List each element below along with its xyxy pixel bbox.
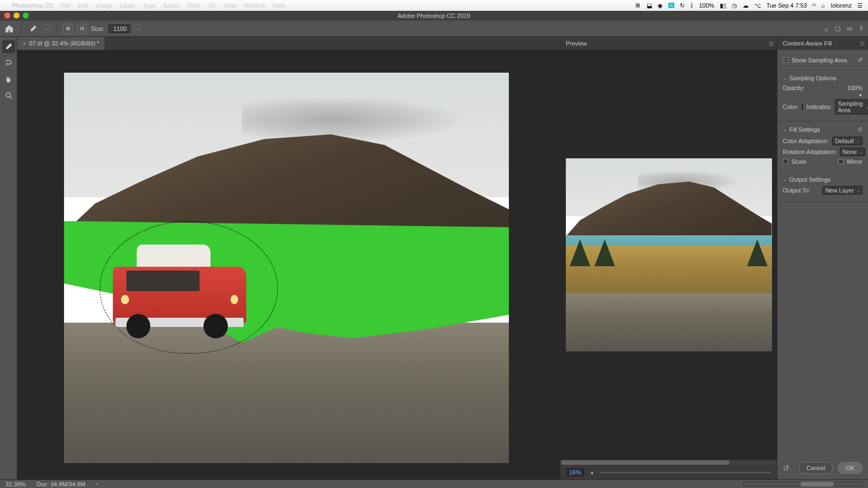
status-doc[interactable]: Doc: 34.9M/34.9M (36, 481, 85, 487)
battery-icon[interactable]: ▮▯ (720, 2, 726, 9)
cancel-button[interactable]: Cancel (799, 462, 833, 474)
show-sampling-label: Show Sampling Area (792, 57, 847, 63)
menu-view[interactable]: View (224, 2, 237, 9)
selection-marquee (100, 221, 278, 354)
clock-icon[interactable]: ◷ (732, 2, 737, 9)
caf-title: Content-Aware Fill (783, 40, 832, 47)
preview-canvas[interactable] (566, 158, 772, 351)
indicates-dropdown[interactable]: Sampling Area⌄ (835, 99, 868, 114)
app-name[interactable]: Photoshop CC (12, 2, 53, 9)
menu-layer[interactable]: Layer (120, 2, 136, 9)
fill-settings-header[interactable]: Fill Settings (789, 126, 820, 133)
image-cloud (242, 96, 464, 143)
document-tabs: × 07.tif @ 32.4% (RGB/8#) * (17, 37, 560, 50)
bluetooth-icon[interactable]: ᛒ (690, 2, 694, 9)
search-icon[interactable]: ⌕ (825, 25, 828, 32)
share-icon[interactable]: ⇧ (859, 25, 864, 32)
panel-menu-icon[interactable]: ☰ (860, 41, 865, 47)
reset-sampling-icon[interactable]: ↺ (858, 56, 863, 63)
menu-icon[interactable]: ☰ (857, 2, 863, 9)
output-to-label: Output To: (783, 187, 810, 194)
size-dropdown[interactable]: ⌄ (135, 25, 141, 33)
preview-zoom-input[interactable]: 16% (566, 468, 584, 477)
menu-file[interactable]: File (61, 2, 71, 9)
home-button[interactable] (4, 24, 14, 34)
preview-scrollbar[interactable] (560, 460, 777, 465)
cloud-icon[interactable]: ☁︎ (743, 2, 749, 9)
color-adapt-label: Color Adaptation: (783, 138, 828, 144)
menu-help[interactable]: Help (273, 2, 285, 9)
add-mode-button[interactable]: ⊕ (63, 24, 73, 34)
subtract-mode-button[interactable]: ⊖ (77, 24, 87, 34)
wifi-icon[interactable]: ⌔ (812, 2, 816, 9)
sampling-options-header[interactable]: Sampling Options (789, 75, 837, 81)
traffic-lights (4, 12, 29, 18)
main-canvas[interactable] (64, 73, 509, 463)
brush-tool-icon[interactable] (28, 23, 39, 34)
panel-menu-icon[interactable]: ☰ (769, 41, 774, 47)
brush-preset-dropdown[interactable]: ⌄ (43, 25, 49, 33)
tab-close-icon[interactable]: × (23, 41, 26, 47)
menu-window[interactable]: Window (244, 2, 265, 9)
scale-label: Scale (792, 158, 807, 165)
options-bar: ⌄ ⊕ ⊖ Size: 1100 ⌄ ⌕ ▢ ▭ ⇧ (0, 21, 868, 37)
status-bar: 32.38% Doc: 34.9M/34.9M ▸ (0, 479, 868, 488)
zoom-slider-thumb[interactable]: ▲ (590, 470, 595, 475)
hand-tool[interactable] (2, 73, 15, 86)
zoom-tool[interactable] (2, 89, 15, 102)
mirror-label: Mirror (847, 158, 863, 165)
menu-select[interactable]: Select (163, 2, 180, 9)
menu-image[interactable]: Image (96, 2, 113, 9)
mac-status: ⛨ ⬓ ◉ A ↻ ᛒ 100% ▮▯ ◷ ☁︎ ⌥ Tue Sep 4 7:5… (635, 2, 863, 9)
scale-checkbox[interactable] (783, 159, 788, 164)
canvas-area: × 07.tif @ 32.4% (RGB/8#) * (17, 37, 560, 479)
reset-fill-icon[interactable]: ↺ (857, 126, 863, 133)
menu-filter[interactable]: Filter (188, 2, 201, 9)
menu-type[interactable]: Type (143, 2, 156, 9)
menu-edit[interactable]: Edit (78, 2, 88, 9)
image-ground (64, 323, 509, 463)
output-to-dropdown[interactable]: New Layer⌄ (822, 186, 863, 195)
opacity-slider[interactable]: ▲ (783, 92, 863, 97)
output-settings-header[interactable]: Output Settings (789, 176, 831, 183)
mirror-checkbox[interactable] (838, 159, 844, 164)
switch-icon[interactable]: ⌥ (754, 2, 761, 9)
opacity-label: Opacity: (783, 85, 805, 91)
reset-all-icon[interactable]: ↺ (783, 464, 789, 472)
sampling-brush-tool[interactable] (2, 40, 15, 53)
show-sampling-checkbox[interactable] (783, 57, 788, 63)
zoom-icon[interactable] (23, 12, 29, 18)
minimize-icon[interactable] (14, 12, 20, 18)
status-scrollbar[interactable] (743, 482, 863, 486)
preview-title: Preview (566, 40, 587, 47)
left-toolbar (0, 37, 17, 479)
spotlight-icon[interactable]: ⌕ (821, 2, 825, 9)
color-swatch[interactable] (802, 104, 803, 110)
size-label: Size: (91, 25, 104, 32)
svg-point-0 (6, 93, 10, 97)
ok-button[interactable]: OK (838, 462, 863, 474)
close-icon[interactable] (4, 12, 10, 18)
shield-icon[interactable]: ⛨ (635, 2, 641, 9)
document-tab[interactable]: × 07.tif @ 32.4% (RGB/8#) * (17, 37, 105, 50)
cc-icon[interactable]: ◉ (658, 2, 663, 9)
sync-icon[interactable]: ↻ (680, 2, 685, 9)
window-titlebar: Adobe Photoshop CC 2019 (0, 11, 868, 21)
opacity-value[interactable]: 100% (847, 85, 863, 91)
preview-panel: Preview ☰ 16% ▲ (560, 37, 777, 479)
color-adapt-dropdown[interactable]: Default⌄ (832, 137, 863, 145)
content-aware-fill-panel: Content-Aware Fill ☰ Show Sampling Area … (777, 37, 868, 479)
arrange-icon[interactable]: ▭ (847, 25, 852, 32)
lasso-tool[interactable] (2, 56, 15, 69)
size-input[interactable]: 1100 (108, 24, 130, 33)
zoom-slider[interactable] (600, 472, 771, 473)
rotation-dropdown[interactable]: None⌄ (840, 147, 865, 156)
dropbox-icon[interactable]: ⬓ (647, 2, 652, 9)
workspace-icon[interactable]: ▢ (835, 25, 840, 32)
color-label: Color: (783, 104, 799, 110)
battery-text: 100% (699, 2, 714, 9)
user-text[interactable]: lolorenz (831, 2, 852, 9)
status-zoom[interactable]: 32.38% (5, 481, 25, 487)
menu-3d[interactable]: 3D (208, 2, 216, 9)
adobe-icon[interactable]: A (668, 3, 674, 8)
